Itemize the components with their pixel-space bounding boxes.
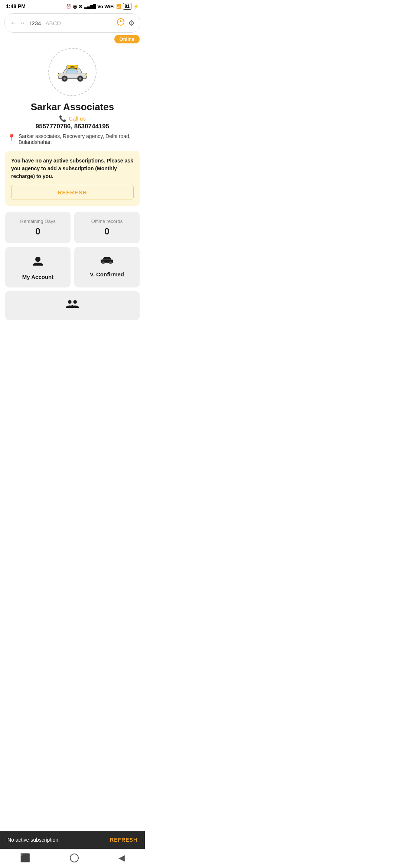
back-button[interactable]: ← (10, 19, 17, 27)
logo-circle: Sarkar Associates (48, 48, 97, 96)
battery-label: 81 (123, 3, 131, 10)
subscription-notice-text: You have no any active subscriptions. Pl… (11, 157, 134, 180)
group-card-partial[interactable] (5, 291, 140, 320)
sync-icon[interactable] (116, 17, 125, 29)
remaining-days-card: Remaining Days 0 (5, 212, 71, 243)
company-name: Sarkar Associates (31, 101, 114, 113)
status-icons: ⏰ ◎ ⊗ ▂▄▆█ Vo WiFi 📶 81 ⚡ (66, 3, 139, 10)
online-badge: Online (114, 35, 140, 43)
phone-icon: 📞 (59, 115, 66, 122)
settings-icon[interactable]: ⚙ (128, 19, 135, 27)
my-account-label: My Account (22, 274, 53, 280)
call-us-row: 📞 Call us (59, 115, 86, 122)
offline-records-value: 0 (104, 226, 109, 237)
svg-rect-10 (58, 74, 59, 76)
svg-point-6 (63, 77, 66, 80)
company-logo: Sarkar Associates (56, 62, 89, 82)
svg-point-14 (109, 262, 112, 264)
svg-point-8 (79, 77, 82, 80)
forward-arrows[interactable]: ↔ (20, 20, 26, 26)
svg-point-16 (73, 300, 77, 304)
notification-icon: ◎ (73, 4, 77, 9)
dnd-icon: ⊗ (78, 4, 82, 9)
wifi-signal-icon: 📶 (116, 4, 121, 9)
browser-bar[interactable]: ← ↔ 1234 ABCD ⚙ (4, 13, 140, 33)
subscription-notice: You have no any active subscriptions. Pl… (5, 151, 140, 206)
person-icon (31, 254, 45, 271)
alarm-icon: ⏰ (66, 4, 71, 9)
offline-records-label: Offline records (91, 218, 123, 224)
call-us-label: Call us (69, 115, 86, 122)
wifi-icon: Vo WiFi (97, 4, 115, 9)
online-badge-wrapper: Online (0, 35, 145, 43)
my-account-card[interactable]: My Account (5, 247, 71, 287)
browser-url: 1234 ABCD (29, 20, 113, 26)
svg-point-15 (68, 300, 72, 304)
subscription-refresh-button[interactable]: REFRESH (11, 185, 134, 200)
address-text: Sarkar associates, Recovery agency, Delh… (19, 133, 137, 145)
svg-point-13 (102, 262, 105, 264)
v-confirmed-card[interactable]: V. Confirmed (74, 247, 140, 287)
group-icon (65, 299, 80, 313)
action-grid: My Account V. Confirmed (5, 247, 140, 287)
address-row: 📍 Sarkar associates, Recovery agency, De… (0, 130, 145, 145)
status-time: 1:48 PM (6, 3, 26, 9)
signal-icon: ▂▄▆█ (84, 4, 96, 9)
svg-point-11 (35, 257, 40, 262)
offline-records-card: Offline records 0 (74, 212, 140, 243)
remaining-days-value: 0 (35, 226, 40, 237)
remaining-days-label: Remaining Days (20, 218, 55, 224)
url-code: ABCD (45, 20, 61, 26)
logo-area: Sarkar Associates Sarkar Associates 📞 Ca… (0, 48, 145, 145)
car-icon (100, 254, 114, 268)
status-bar: 1:48 PM ⏰ ◎ ⊗ ▂▄▆█ Vo WiFi 📶 81 ⚡ (0, 0, 145, 11)
stats-grid: Remaining Days 0 Offline records 0 (5, 212, 140, 243)
location-pin-icon: 📍 (7, 134, 16, 142)
phone-numbers: 9557770786, 8630744195 (36, 123, 110, 130)
charging-icon: ⚡ (133, 4, 139, 9)
svg-rect-9 (85, 74, 87, 76)
url-number: 1234 (29, 20, 41, 26)
v-confirmed-label: V. Confirmed (90, 271, 124, 277)
